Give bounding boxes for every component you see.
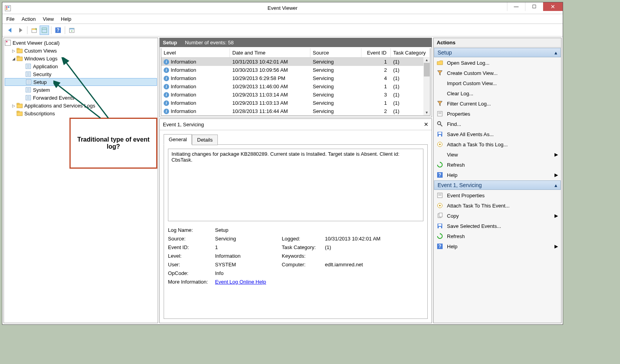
action-copy[interactable]: Copy▶ — [434, 211, 561, 221]
action-save-all-events-as[interactable]: Save All Events As... — [434, 129, 561, 139]
titlebar: Event Viewer — ☐ ✕ — [2, 2, 563, 14]
tree-item-custom-views[interactable]: ▷Custom Views — [5, 47, 157, 55]
properties-button[interactable] — [40, 25, 49, 35]
action-icon — [437, 70, 443, 76]
info-icon: i — [164, 59, 169, 65]
folder-icon — [16, 55, 23, 62]
tree-item-setup[interactable]: Setup — [5, 78, 157, 86]
svg-rect-15 — [17, 48, 19, 49]
action-attach-task-to-this-event[interactable]: Attach Task To This Event... — [434, 200, 561, 211]
svg-rect-17 — [17, 56, 19, 57]
tree-item-subscriptions[interactable]: Subscriptions — [5, 109, 157, 117]
tree-item-windows-logs[interactable]: ◢Windows Logs — [5, 55, 157, 62]
action-icon — [437, 192, 443, 198]
svg-line-46 — [440, 124, 442, 126]
menu-action[interactable]: Action — [22, 16, 36, 22]
scroll-up-icon[interactable]: ▲ — [423, 57, 430, 63]
tree-toggle-icon[interactable]: ▷ — [11, 49, 16, 53]
event-row[interactable]: iInformation10/31/2013 10:42:01 AMServic… — [161, 58, 430, 66]
annotation-callout: Traditional type of event log? — [69, 118, 157, 169]
action-properties[interactable]: Properties — [434, 109, 561, 119]
maximize-button[interactable]: ☐ — [525, 2, 543, 11]
action-attach-a-task-to-this-log[interactable]: Attach a Task To this Log... — [434, 139, 561, 149]
tab-general[interactable]: General — [164, 134, 192, 145]
info-icon: i — [164, 100, 169, 106]
action-clear-log[interactable]: Clear Log... — [434, 88, 561, 98]
action-event-properties[interactable]: Event Properties — [434, 190, 561, 200]
folder-icon — [16, 102, 23, 109]
info-icon: i — [164, 92, 169, 98]
event-row[interactable]: iInformation10/28/2013 11:16:44 AMServic… — [161, 107, 430, 115]
event-row[interactable]: iInformation10/29/2013 6:29:58 PMServici… — [161, 74, 430, 82]
menu-help[interactable]: Help — [61, 16, 71, 22]
toolbar-separator — [65, 26, 65, 34]
menu-file[interactable]: File — [6, 16, 15, 22]
tree-toggle-icon[interactable]: ▷ — [11, 104, 16, 108]
action-icon — [437, 100, 443, 107]
tab-details[interactable]: Details — [192, 135, 218, 145]
grid-header[interactable]: Level Date and Time Source Event ID Task… — [161, 48, 430, 58]
folder-icon — [25, 95, 31, 101]
tree-item-forwarded-events[interactable]: Forwarded Events — [5, 94, 157, 102]
svg-rect-11 — [69, 28, 74, 29]
info-icon: i — [164, 76, 169, 81]
event-row[interactable]: iInformation10/30/2013 10:09:56 AMServic… — [161, 66, 430, 74]
action-create-custom-view[interactable]: Create Custom View... — [434, 68, 561, 78]
toolbar-separator — [51, 26, 51, 34]
event-row[interactable]: iInformation10/29/2013 11:46:00 AMServic… — [161, 82, 430, 91]
scroll-down-icon[interactable]: ▼ — [423, 109, 430, 115]
detail-close-button[interactable]: ✕ — [424, 121, 429, 127]
tree-toggle-icon[interactable]: ◢ — [11, 56, 16, 61]
tree-item-application[interactable]: Application — [5, 62, 157, 70]
action-filter-current-log[interactable]: Filter Current Log... — [434, 98, 561, 109]
folder-icon — [26, 79, 32, 85]
nav-forward-button[interactable] — [16, 25, 25, 35]
tree-item-applications-and-services-logs[interactable]: ▷Applications and Services Logs — [5, 102, 157, 109]
action-help[interactable]: ?Help▶ — [434, 170, 561, 180]
event-log-online-help-link[interactable]: Event Log Online Help — [215, 279, 266, 285]
action-view[interactable]: View▶ — [434, 149, 561, 160]
action-section-event[interactable]: Event 1, Servicing ▴ — [434, 180, 561, 190]
help-button[interactable]: ? — [53, 25, 63, 35]
scroll-thumb[interactable] — [424, 63, 430, 76]
event-row[interactable]: iInformation10/29/2013 11:03:14 AMServic… — [161, 91, 430, 99]
svg-rect-48 — [438, 132, 441, 134]
action-refresh[interactable]: Refresh — [434, 231, 561, 241]
action-icon — [437, 202, 443, 209]
action-icon — [437, 90, 443, 96]
event-row[interactable]: iInformation10/29/2013 11:03:13 AMServic… — [161, 99, 430, 107]
nav-back-button[interactable] — [5, 25, 15, 35]
svg-rect-6 — [42, 28, 47, 33]
list-header: Setup Number of events: 58 — [160, 38, 432, 47]
action-import-custom-view[interactable]: Import Custom View... — [434, 78, 561, 88]
tree-item-security[interactable]: Security — [5, 70, 157, 78]
folder-icon — [16, 47, 23, 54]
action-refresh[interactable]: Refresh — [434, 160, 561, 170]
action-save-selected-events[interactable]: Save Selected Events... — [434, 221, 561, 231]
tree-root[interactable]: Event Viewer (Local) — [5, 39, 157, 47]
action-open-saved-log[interactable]: Open Saved Log... — [434, 58, 561, 68]
minimize-button[interactable]: — — [507, 2, 525, 11]
folder-icon — [25, 87, 31, 93]
app-icon — [5, 5, 11, 11]
scrollbar[interactable]: ▲ ▼ — [423, 57, 430, 115]
prop-label: Log Name: — [168, 227, 215, 233]
action-help[interactable]: ?Help▶ — [434, 241, 561, 251]
close-button[interactable]: ✕ — [543, 2, 563, 11]
svg-rect-13 — [6, 41, 7, 42]
toolbar-separator — [27, 26, 27, 34]
show-hide-console-button[interactable] — [29, 25, 39, 35]
actions-pane: Actions Setup ▴ Open Saved Log...Create … — [433, 38, 562, 323]
event-list: Setup Number of events: 58 Level Date an… — [159, 38, 432, 117]
folder-icon — [25, 63, 31, 69]
submenu-arrow-icon: ▶ — [554, 152, 558, 157]
navigation-tree[interactable]: Event Viewer (Local) ▷Custom Views◢Windo… — [4, 38, 158, 323]
tree-item-system[interactable]: System — [5, 86, 157, 94]
action-find[interactable]: Find... — [434, 119, 561, 129]
action-icon — [437, 141, 443, 147]
action-button[interactable] — [67, 25, 77, 35]
window: Event Viewer — ☐ ✕ File Action View Help… — [2, 2, 563, 325]
menu-view[interactable]: View — [43, 16, 54, 22]
action-section-setup[interactable]: Setup ▴ — [434, 48, 561, 57]
event-grid[interactable]: Level Date and Time Source Event ID Task… — [161, 48, 430, 116]
